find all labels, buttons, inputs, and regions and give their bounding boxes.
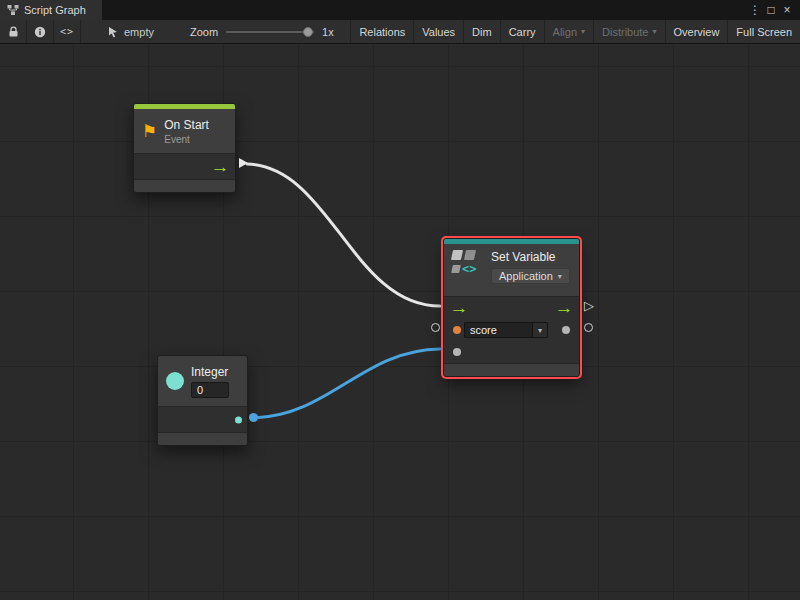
node-set-variable[interactable]: <> Set Variable Application ▾ → → xyxy=(443,238,580,377)
toolbar-separator xyxy=(80,20,81,43)
toolbar-button-group: Relations Values Dim Carry Align ▾ Distr… xyxy=(350,20,800,43)
node-footer xyxy=(158,433,247,445)
node-subtitle: Event xyxy=(164,134,209,145)
value-input-port[interactable] xyxy=(453,348,461,356)
integer-value-field[interactable]: 0 xyxy=(191,382,229,398)
unconnected-port-circle-left xyxy=(431,323,440,332)
node-header: Integer 0 xyxy=(158,356,247,406)
code-view-icon[interactable]: <> xyxy=(54,20,80,43)
value-output-port[interactable] xyxy=(562,326,570,334)
carry-button[interactable]: Carry xyxy=(501,20,544,43)
variable-scope-dropdown[interactable]: Application ▾ xyxy=(491,268,570,284)
zoom-label: Zoom xyxy=(190,26,218,38)
distribute-button: Distribute ▾ xyxy=(594,20,664,43)
titlebar: Script Graph ⋮ □ × xyxy=(0,0,800,20)
flow-wire-on-start-to-set-variable[interactable] xyxy=(247,164,440,306)
integer-output-port[interactable] xyxy=(235,416,242,423)
chevron-down-icon: ▾ xyxy=(653,27,657,36)
tab-title: Script Graph xyxy=(24,4,86,16)
unconnected-flow-indicator-icon: ▷ xyxy=(584,298,594,313)
close-icon[interactable]: × xyxy=(779,0,795,20)
set-variable-icon: <> xyxy=(452,250,484,275)
flow-output-port[interactable]: → xyxy=(555,300,574,315)
tab-script-graph[interactable]: Script Graph xyxy=(0,0,102,20)
chevron-down-icon: ▾ xyxy=(581,27,585,36)
selection-label: empty xyxy=(124,26,154,38)
node-title: Integer xyxy=(191,365,229,379)
value-wire-endpoint-dot xyxy=(249,413,258,422)
node-on-start[interactable]: ⚑ On Start Event → xyxy=(133,103,236,193)
variable-name-field[interactable]: score ▾ xyxy=(464,322,548,338)
maximize-icon[interactable]: □ xyxy=(763,0,779,20)
full-screen-button[interactable]: Full Screen xyxy=(728,20,800,43)
flag-icon: ⚑ xyxy=(142,123,157,140)
zoom-slider[interactable] xyxy=(226,31,314,33)
node-integer[interactable]: Integer 0 xyxy=(157,355,248,446)
node-ports xyxy=(158,406,247,433)
unconnected-port-circle-right xyxy=(584,323,593,332)
variable-name-port[interactable] xyxy=(453,326,461,334)
zoom-value: 1x xyxy=(322,26,334,38)
integer-icon xyxy=(166,372,184,390)
node-title: On Start xyxy=(164,118,209,132)
chevron-down-icon: ▾ xyxy=(538,326,542,335)
info-icon[interactable] xyxy=(27,20,53,43)
value-wire-integer-to-set-variable[interactable] xyxy=(253,349,440,418)
relations-button[interactable]: Relations xyxy=(351,20,413,43)
graph-toolbar: <> empty Zoom 1x Relations Values xyxy=(0,20,800,44)
variable-box-icon xyxy=(451,265,461,273)
chevron-down-icon: ▾ xyxy=(558,272,562,281)
node-header: ⚑ On Start Event xyxy=(134,109,235,153)
selection-status: empty xyxy=(97,20,164,43)
lock-icon[interactable] xyxy=(0,20,26,43)
graph-canvas[interactable]: ⚑ On Start Event → Integer 0 xyxy=(0,44,800,600)
node-ports: → xyxy=(134,153,235,180)
code-brackets-icon: <> xyxy=(462,263,476,275)
wire-start-triangle-icon xyxy=(239,158,248,168)
node-footer xyxy=(444,364,579,376)
graph-icon xyxy=(7,4,19,16)
window-menu-icon[interactable]: ⋮ xyxy=(747,0,763,20)
connection-wires xyxy=(0,44,800,600)
zoom-slider-handle[interactable] xyxy=(303,27,313,37)
align-button: Align ▾ xyxy=(545,20,593,43)
overview-button[interactable]: Overview xyxy=(666,20,728,43)
flow-output-port[interactable]: → xyxy=(211,159,230,174)
flow-input-port[interactable]: → xyxy=(450,300,469,315)
zoom-control: Zoom 1x xyxy=(190,20,334,43)
window-controls: ⋮ □ × xyxy=(747,0,800,20)
node-header: <> Set Variable Application ▾ xyxy=(444,244,579,296)
values-button[interactable]: Values xyxy=(414,20,463,43)
script-graph-window: Script Graph ⋮ □ × <> xyxy=(0,0,800,600)
node-footer xyxy=(134,180,235,192)
node-title: Set Variable xyxy=(491,250,570,264)
variable-field-dropdown-button[interactable]: ▾ xyxy=(532,323,547,337)
dim-button[interactable]: Dim xyxy=(464,20,500,43)
pointer-icon xyxy=(107,26,119,38)
node-ports: → → score ▾ xyxy=(444,296,579,364)
